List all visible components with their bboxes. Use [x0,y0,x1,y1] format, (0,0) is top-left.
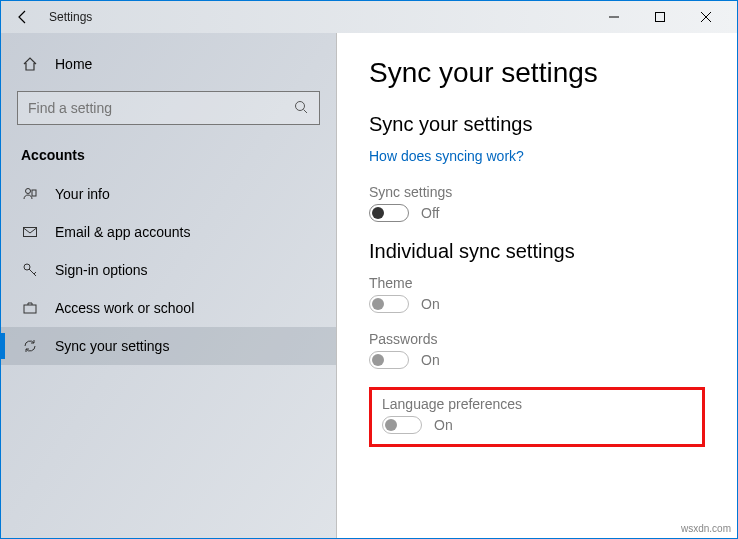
home-label: Home [55,56,92,72]
setting-label: Sync settings [369,184,705,200]
sync-icon [21,337,39,355]
watermark: wsxdn.com [681,523,731,534]
sidebar-item-your-info[interactable]: Your info [1,175,336,213]
sidebar-item-sync-settings[interactable]: Sync your settings [1,327,336,365]
passwords-toggle[interactable] [369,351,409,369]
toggle-state: Off [421,205,439,221]
sidebar-item-label: Email & app accounts [55,224,190,240]
toggle-state: On [434,417,453,433]
setting-passwords: Passwords On [369,331,705,369]
toggle-state: On [421,296,440,312]
key-icon [21,261,39,279]
category-heading: Accounts [1,139,336,175]
title-bar: Settings [1,1,737,33]
sync-settings-toggle[interactable] [369,204,409,222]
mail-icon [21,223,39,241]
setting-sync: Sync settings Off [369,184,705,222]
setting-theme: Theme On [369,275,705,313]
window-title: Settings [49,10,92,24]
setting-label: Language preferences [382,396,692,412]
sidebar-item-label: Sync your settings [55,338,169,354]
maximize-button[interactable] [637,1,683,33]
sidebar-item-label: Your info [55,186,110,202]
search-wrap [17,91,320,125]
person-icon [21,185,39,203]
setting-language: Language preferences On [382,396,692,434]
highlight-language-preferences: Language preferences On [369,387,705,447]
sidebar: Home Accounts Your info Email & app acco… [1,33,337,538]
briefcase-icon [21,299,39,317]
search-input[interactable] [17,91,320,125]
toggle-state: On [421,352,440,368]
sidebar-item-access-work-school[interactable]: Access work or school [1,289,336,327]
section-sync-title: Sync your settings [369,113,705,136]
section-individual-title: Individual sync settings [369,240,705,263]
language-toggle[interactable] [382,416,422,434]
home-icon [21,55,39,73]
sidebar-item-label: Access work or school [55,300,194,316]
close-button[interactable] [683,1,729,33]
how-syncing-works-link[interactable]: How does syncing work? [369,148,524,164]
search-icon [294,100,310,116]
content-pane: Sync your settings Sync your settings Ho… [337,33,737,538]
svg-rect-8 [24,228,37,237]
setting-label: Theme [369,275,705,291]
page-title: Sync your settings [369,57,705,89]
svg-rect-7 [32,190,36,196]
svg-rect-1 [656,13,665,22]
minimize-button[interactable] [591,1,637,33]
sidebar-item-email-accounts[interactable]: Email & app accounts [1,213,336,251]
svg-line-5 [304,110,308,114]
back-button[interactable] [9,3,37,31]
svg-rect-10 [24,305,36,313]
home-nav[interactable]: Home [1,45,336,83]
svg-point-4 [296,102,305,111]
setting-label: Passwords [369,331,705,347]
sidebar-item-label: Sign-in options [55,262,148,278]
sidebar-item-signin-options[interactable]: Sign-in options [1,251,336,289]
svg-point-6 [26,189,31,194]
theme-toggle[interactable] [369,295,409,313]
